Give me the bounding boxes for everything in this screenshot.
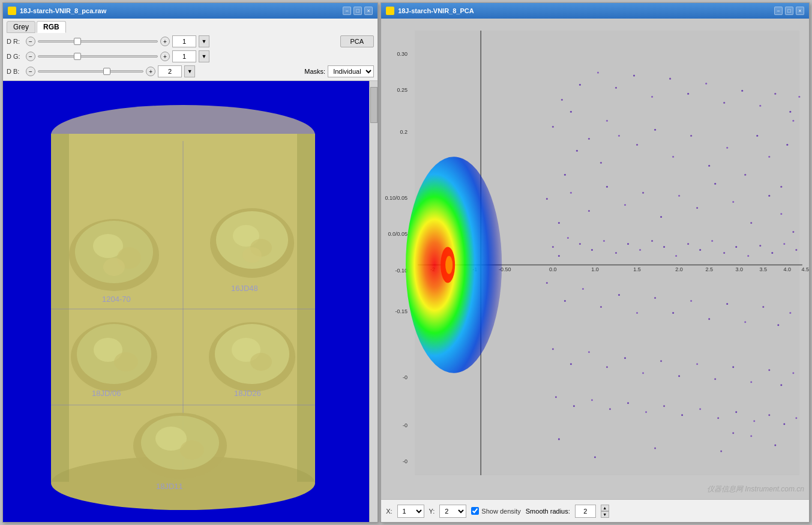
right-minimize-btn[interactable]: − [774,7,783,15]
hsi-canvas: 1204-70 16JD48 18JD/06 18JD26 18JD11 [3,81,369,522]
smooth-radius-input[interactable]: 2 [575,505,596,518]
masks-select[interactable]: Individual Global [328,65,374,77]
svg-point-97 [792,231,794,233]
svg-point-83 [558,222,560,224]
svg-point-95 [768,195,770,197]
svg-point-100 [582,288,584,290]
svg-text:0.2: 0.2 [400,129,408,135]
svg-text:-0: -0 [403,458,408,464]
dg-dropdown-btn[interactable]: ▼ [199,50,209,62]
dg-control-row: D G: − + 1 ▼ [7,50,374,63]
svg-point-181 [735,246,737,248]
pca-button[interactable]: PCA [340,35,374,47]
watermark: 仪器信息网 Instrument.com.cn [707,484,804,494]
svg-point-146 [609,408,611,410]
svg-point-22 [114,352,138,371]
svg-point-105 [672,312,674,314]
smooth-radius-label: Smooth radius: [526,508,570,515]
svg-text:4.0: 4.0 [784,266,792,272]
dr-plus-btn[interactable]: + [160,37,170,46]
svg-point-122 [714,378,716,380]
vertical-scrollbar[interactable] [369,81,377,522]
dr-slider[interactable] [38,40,158,43]
db-slider[interactable] [38,70,143,73]
svg-point-156 [783,423,785,425]
smooth-radius-up-btn[interactable]: ▲ [601,505,609,511]
svg-point-124 [750,381,752,383]
svg-text:0.10/0.05: 0.10/0.05 [385,195,408,201]
db-label: D B: [7,68,23,75]
svg-point-154 [753,420,755,422]
svg-point-94 [750,222,752,224]
db-dropdown-btn[interactable]: ▼ [184,65,195,77]
svg-point-143 [555,396,557,398]
svg-point-180 [723,252,725,254]
dg-slider[interactable] [38,55,158,58]
svg-point-77 [756,135,758,137]
dg-plus-btn[interactable]: + [160,52,170,61]
dr-control-row: D R: − + 1 ▼ PCA [7,35,374,48]
svg-point-168 [579,243,581,245]
svg-point-138 [741,90,743,92]
masks-label: Masks: [304,68,325,75]
svg-text:-0.15: -0.15 [395,308,408,314]
x-axis-select[interactable]: 1 2 3 [397,505,424,518]
svg-point-101 [600,306,602,308]
svg-point-86 [606,186,608,188]
svg-point-127 [792,372,794,374]
db-minus-btn[interactable]: − [26,67,35,76]
svg-text:4.5: 4.5 [802,266,809,272]
svg-point-65 [606,120,608,122]
db-plus-btn[interactable]: + [146,67,155,76]
tab-rgb[interactable]: RGB [37,21,66,33]
dr-minus-btn[interactable]: − [26,37,35,46]
svg-point-63 [570,111,572,113]
svg-point-117 [624,357,626,359]
left-minimize-btn[interactable]: − [343,7,351,15]
svg-point-164 [774,444,776,446]
svg-point-68 [564,174,566,176]
svg-point-120 [678,375,680,377]
svg-point-75 [726,147,728,149]
svg-point-141 [789,111,791,113]
scroll-thumb[interactable] [370,87,377,123]
svg-point-110 [762,306,764,308]
smooth-radius-down-btn[interactable]: ▼ [601,511,609,518]
svg-point-184 [771,252,773,254]
left-toolbar: Grey RGB D R: − + 1 ▼ PCA D G: − + 1 [3,19,377,81]
svg-point-74 [708,165,710,167]
dr-dropdown-btn[interactable]: ▼ [199,35,209,47]
svg-point-80 [786,144,788,146]
svg-point-169 [591,249,593,251]
svg-point-79 [780,186,782,188]
left-restore-btn[interactable]: □ [353,7,362,15]
right-close-btn[interactable]: × [796,7,804,15]
svg-point-140 [774,93,776,95]
svg-point-84 [570,192,572,194]
svg-text:0.30: 0.30 [397,51,408,57]
dg-value-input[interactable]: 1 [172,50,196,62]
svg-point-66 [576,150,578,152]
right-restore-btn[interactable]: □ [785,7,793,15]
svg-point-145 [591,399,593,401]
y-axis-select[interactable]: 1 2 3 [439,505,466,518]
svg-point-126 [780,384,782,386]
svg-point-90 [678,195,680,197]
dr-value-input[interactable]: 1 [172,35,196,47]
db-value-input[interactable]: 2 [158,65,182,77]
svg-point-158 [558,438,560,440]
show-density-area: Show density [471,507,520,515]
svg-point-30 [180,440,204,460]
show-density-label[interactable]: Show density [481,508,520,515]
tab-grey[interactable]: Grey [7,21,35,33]
pca-plot-area: 0.30 0.25 0.2 0.10/0.05 0.0/0.05 -0.10 -… [381,19,809,499]
show-density-checkbox[interactable] [471,507,479,515]
svg-point-62 [552,126,554,128]
svg-point-162 [720,450,722,452]
svg-point-128 [561,99,563,101]
left-close-btn[interactable]: × [364,7,373,15]
dg-minus-btn[interactable]: − [26,52,35,61]
svg-point-172 [627,243,629,245]
image-area: 1204-70 16JD48 18JD/06 18JD26 18JD11 [3,81,377,522]
svg-point-133 [651,96,653,98]
